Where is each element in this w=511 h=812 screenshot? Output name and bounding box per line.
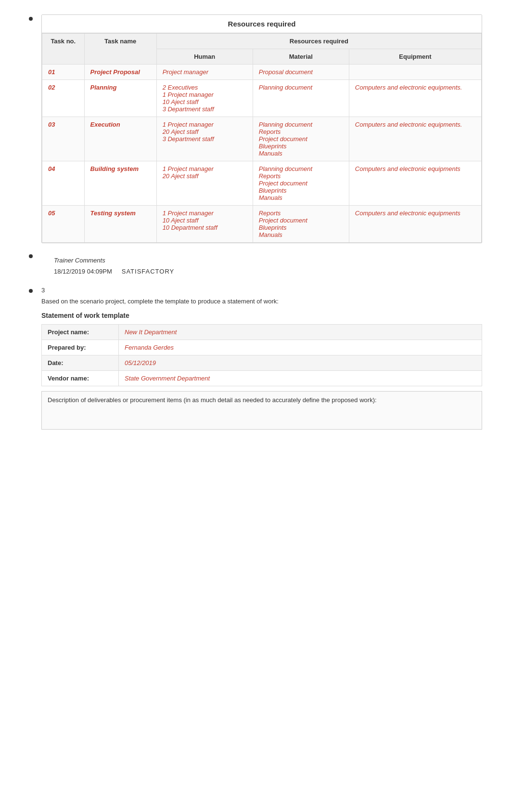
sow-row-label: Vendor name: bbox=[42, 371, 119, 386]
task-no-cell: 02 bbox=[42, 80, 85, 117]
resources-table: Task no. Task name Resources required Hu… bbox=[42, 33, 482, 243]
equipment-cell: Computers and electronic equipments bbox=[349, 161, 481, 206]
material-cell: Proposal document bbox=[253, 65, 349, 80]
task-name-cell: Testing system bbox=[84, 206, 156, 243]
table-row: 03Execution1 Project manager20 Aject sta… bbox=[42, 117, 482, 161]
sow-description: Description of deliverables or procureme… bbox=[41, 391, 482, 430]
equipment-cell: Computers and electronic equipments bbox=[349, 206, 481, 243]
resources-table-wrapper: Resources required Task no. Task name Re… bbox=[41, 14, 482, 243]
sow-row-label: Prepared by: bbox=[42, 340, 119, 355]
trainer-comment-line: 18/12/2019 04:09PM SATISFACTORY bbox=[54, 268, 174, 275]
trainer-comments-label: Trainer Comments bbox=[54, 257, 174, 264]
col-header-human: Human bbox=[156, 49, 253, 65]
table-row: 01Project ProposalProject managerProposa… bbox=[42, 65, 482, 80]
task-no-cell: 01 bbox=[42, 65, 85, 80]
col-header-material: Material bbox=[253, 49, 349, 65]
task-name-cell: Planning bbox=[84, 80, 156, 117]
bullet-item-resources: Resources required Task no. Task name Re… bbox=[29, 14, 482, 243]
bullet-dot-1 bbox=[29, 17, 33, 21]
trainer-date: 18/12/2019 04:09PM bbox=[54, 268, 112, 275]
sow-row-value: State Government Department bbox=[119, 371, 482, 386]
sow-row-value: Fernanda Gerdes bbox=[119, 340, 482, 355]
equipment-cell: Computers and electronic equipments. bbox=[349, 117, 481, 161]
bullet-dot-2 bbox=[29, 254, 33, 258]
sow-title: Statement of work template bbox=[41, 312, 482, 319]
bullet-item-section3: 3 bbox=[29, 287, 482, 294]
human-cell: 1 Project manager10 Aject staff10 Depart… bbox=[156, 206, 253, 243]
table-row: 04Building system1 Project manager20 Aje… bbox=[42, 161, 482, 206]
equipment-cell bbox=[349, 65, 481, 80]
sow-description-label: Description of deliverables or procureme… bbox=[48, 396, 377, 404]
material-cell: Planning document bbox=[253, 80, 349, 117]
table-row: 05Testing system1 Project manager10 Ajec… bbox=[42, 206, 482, 243]
human-cell: Project manager bbox=[156, 65, 253, 80]
sow-row-value: 05/12/2019 bbox=[119, 355, 482, 371]
sow-row-value: New It Department bbox=[119, 325, 482, 340]
col-header-taskname: Task name bbox=[84, 34, 156, 65]
equipment-cell: Computers and electronic equipments. bbox=[349, 80, 481, 117]
section3-number: 3 bbox=[41, 287, 45, 294]
trainer-status: SATISFACTORY bbox=[122, 268, 175, 275]
sow-row: Vendor name:State Government Department bbox=[42, 371, 482, 386]
task-name-cell: Execution bbox=[84, 117, 156, 161]
material-cell: ReportsProject documentBlueprintsManuals bbox=[253, 206, 349, 243]
sow-row-label: Project name: bbox=[42, 325, 119, 340]
section3-instruction: Based on the scenario project, complete … bbox=[41, 298, 482, 305]
bullet-item-trainer: Trainer Comments 18/12/2019 04:09PM SATI… bbox=[29, 252, 482, 275]
bullet-dot-3 bbox=[29, 289, 33, 293]
sow-row: Date:05/12/2019 bbox=[42, 355, 482, 371]
human-cell: 1 Project manager20 Aject staff bbox=[156, 161, 253, 206]
col-header-equipment: Equipment bbox=[349, 49, 481, 65]
task-name-cell: Project Proposal bbox=[84, 65, 156, 80]
col-header-resources: Resources required bbox=[156, 34, 481, 49]
task-name-cell: Building system bbox=[84, 161, 156, 206]
resources-table-title: Resources required bbox=[42, 15, 482, 33]
table-row: 02Planning2 Executives1 Project manager1… bbox=[42, 80, 482, 117]
task-no-cell: 05 bbox=[42, 206, 85, 243]
task-no-cell: 03 bbox=[42, 117, 85, 161]
page-container: Resources required Task no. Task name Re… bbox=[29, 14, 482, 430]
sow-table: Project name:New It DepartmentPrepared b… bbox=[41, 324, 482, 386]
task-no-cell: 04 bbox=[42, 161, 85, 206]
human-cell: 2 Executives1 Project manager10 Aject st… bbox=[156, 80, 253, 117]
human-cell: 1 Project manager20 Aject staff3 Departm… bbox=[156, 117, 253, 161]
trainer-comments-section: Trainer Comments 18/12/2019 04:09PM SATI… bbox=[54, 257, 174, 275]
table-header-row: Task no. Task name Resources required bbox=[42, 34, 482, 49]
sow-row: Prepared by:Fernanda Gerdes bbox=[42, 340, 482, 355]
col-header-taskno: Task no. bbox=[42, 34, 85, 65]
sow-row-label: Date: bbox=[42, 355, 119, 371]
material-cell: Planning documentReportsProject document… bbox=[253, 117, 349, 161]
sow-row: Project name:New It Department bbox=[42, 325, 482, 340]
material-cell: Planning documentReportsProject document… bbox=[253, 161, 349, 206]
